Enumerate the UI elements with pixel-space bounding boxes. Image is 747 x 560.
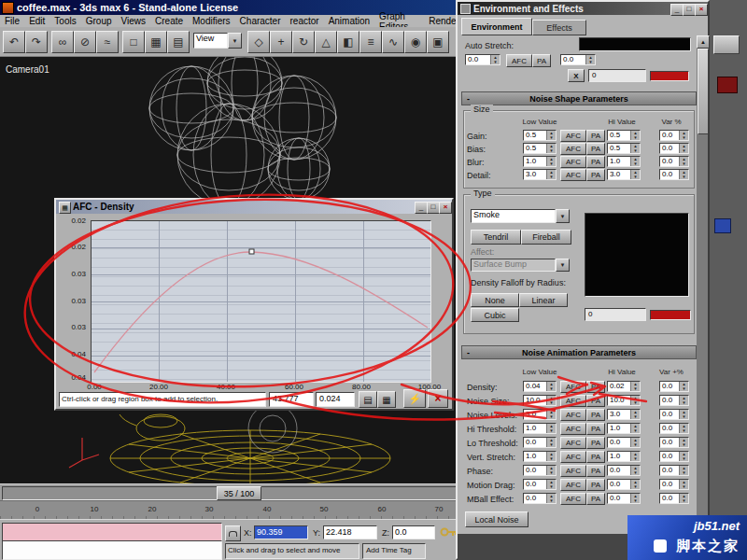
tendril-button[interactable]: Tendril	[471, 230, 521, 245]
falloff-linear-button[interactable]: Linear	[519, 293, 568, 307]
lo-threshold-low-spinner[interactable]: 0.0	[523, 437, 557, 448]
phase-low-spinner[interactable]: 0.0	[523, 465, 557, 476]
view-combo-value[interactable]: View	[193, 33, 228, 49]
lo-threshold-var-spinner[interactable]: 0.0	[659, 437, 689, 448]
value[interactable]: 10.0	[524, 396, 547, 405]
pa-button[interactable]: PA	[586, 493, 605, 505]
tab-environment[interactable]: Environment	[461, 18, 532, 35]
select-object-icon[interactable]: □	[122, 31, 145, 53]
x-value-field[interactable]: 0	[589, 70, 645, 80]
close-icon[interactable]: ×	[695, 4, 708, 16]
select-and-rotate-icon[interactable]: ↻	[292, 31, 315, 53]
blue-panel-icon[interactable]	[714, 218, 731, 233]
crossing-selection-icon[interactable]: ◇	[247, 31, 270, 53]
pa-button[interactable]: PA	[586, 156, 605, 168]
environment-effects-dialog[interactable]: Environment and Effects _ □ × Environmen…	[456, 0, 710, 560]
value[interactable]: 0.0	[608, 494, 631, 503]
mirror-icon[interactable]: ◧	[337, 31, 359, 53]
afc-button[interactable]: AFC	[560, 143, 586, 155]
delete-key-icon[interactable]: ×	[428, 389, 448, 408]
vert-stretch-low-spinner[interactable]: 1.0	[523, 451, 557, 462]
value[interactable]: 0.0	[660, 144, 680, 153]
afc-button[interactable]: AFC	[560, 423, 586, 435]
value[interactable]: 1.0	[524, 452, 547, 461]
value[interactable]: 0.0	[524, 438, 547, 447]
noise-levels-low-spinner[interactable]: 3.0	[523, 409, 557, 420]
afc-button[interactable]: AFC	[560, 169, 586, 181]
phase-var-spinner[interactable]: 0.0	[659, 465, 689, 476]
macro-recorder-pane[interactable]	[2, 523, 222, 542]
x-delete-button[interactable]: X	[568, 69, 585, 82]
maxscript-listener-pane[interactable]	[2, 540, 222, 560]
value[interactable]: 1.0	[608, 424, 631, 433]
value[interactable]: 0.0	[524, 466, 547, 475]
phase-hi-spinner[interactable]: 0.0	[607, 465, 641, 476]
noise-levels-hi-spinner[interactable]: 3.0	[607, 409, 641, 420]
lock-selection-button[interactable]	[225, 525, 241, 541]
value[interactable]: 1.0	[524, 157, 547, 166]
collapse-icon[interactable]: -	[467, 348, 470, 357]
bias-var-spinner[interactable]: 0.0	[659, 143, 689, 154]
value[interactable]: 3.0	[524, 410, 547, 419]
blur-var-spinner[interactable]: 0.0	[659, 156, 689, 167]
menu-tools[interactable]: Tools	[49, 16, 80, 26]
minimize-icon[interactable]: _	[415, 202, 428, 214]
motion-drag-var-spinner[interactable]: 0.0	[659, 479, 689, 490]
afc-button[interactable]: AFC	[560, 156, 586, 168]
env-titlebar[interactable]: Environment and Effects _ □ ×	[458, 2, 708, 15]
afc-curve-graph[interactable]	[91, 220, 431, 383]
pa-button[interactable]: PA	[586, 395, 605, 407]
menu-modifiers[interactable]: Modifiers	[188, 16, 235, 26]
curve-editor-icon[interactable]: ∿	[382, 31, 404, 53]
minimize-icon[interactable]: _	[670, 4, 684, 16]
menu-views[interactable]: Views	[117, 16, 151, 26]
pa-button[interactable]: PA	[586, 381, 605, 393]
afc-window[interactable]: ▦ AFC - Density _ □ × 0.02 0.02 0.03 0.0…	[54, 198, 454, 411]
pa-button[interactable]: PA	[586, 169, 605, 181]
afc-status-field[interactable]: Ctrl-click or drag region box to add to …	[60, 393, 265, 405]
render-scene-icon[interactable]: ▣	[427, 31, 449, 53]
value[interactable]: 0.5	[524, 131, 547, 140]
mball-effect-hi-spinner[interactable]: 0.0	[607, 493, 641, 504]
type-dropdown-value[interactable]: Smoke	[471, 209, 556, 223]
select-and-link-icon[interactable]: ∞	[51, 31, 74, 53]
value[interactable]: 1.0	[608, 452, 631, 461]
chevron-down-icon[interactable]: ▼	[556, 259, 570, 272]
lo-threshold-hi-spinner[interactable]: 0.0	[607, 437, 641, 448]
falloff-value-field[interactable]: 0	[585, 309, 645, 319]
density-low-spinner[interactable]: 0.04	[523, 381, 557, 392]
afc-button[interactable]: AFC	[560, 130, 586, 142]
noise-shape-rollout[interactable]: - Noise Shape Parameters	[461, 91, 697, 105]
menu-create[interactable]: Create	[150, 16, 188, 26]
pa-button[interactable]: PA	[586, 479, 605, 491]
dialog-scrollbar[interactable]: ▲ ▼	[697, 35, 708, 558]
afc-button[interactable]: AFC	[560, 409, 586, 421]
key-icon[interactable]	[439, 525, 458, 539]
noise-size-low-spinner[interactable]: 10.0	[523, 395, 557, 406]
value[interactable]: 0.0	[561, 55, 586, 64]
red-color-swatch[interactable]	[650, 310, 691, 320]
blur-low-spinner[interactable]: 1.0	[523, 156, 557, 167]
collapse-icon[interactable]: -	[467, 94, 470, 104]
affect-dropdown[interactable]: Surface Bump ▼	[471, 259, 570, 272]
bias-hi-spinner[interactable]: 0.5	[607, 143, 641, 154]
pa-button[interactable]: PA	[586, 409, 605, 421]
value[interactable]: 0.0	[660, 480, 680, 489]
noise-anim-rollout[interactable]: - Noise Animation Parameters	[461, 345, 697, 359]
hi-threshold-low-spinner[interactable]: 1.0	[523, 423, 557, 434]
afc-button[interactable]: AFC	[560, 479, 586, 491]
value[interactable]: 0.0	[660, 466, 680, 475]
scrollbar-thumb[interactable]	[698, 49, 709, 134]
menu-group[interactable]: Group	[81, 16, 117, 26]
gain-var-spinner[interactable]: 0.0	[659, 130, 689, 141]
value[interactable]: 0.0	[660, 452, 680, 461]
falloff-none-button[interactable]: None	[471, 293, 519, 307]
motion-drag-low-spinner[interactable]: 0.0	[523, 479, 557, 490]
menu-file[interactable]: File	[0, 16, 24, 26]
value[interactable]: 0.0	[660, 494, 680, 503]
pa-button[interactable]: PA	[586, 451, 605, 463]
value[interactable]: 0.0	[660, 157, 680, 166]
detail-hi-spinner[interactable]: 3.0	[607, 169, 641, 180]
type-dropdown[interactable]: Smoke ▼	[471, 209, 570, 223]
pa-button[interactable]: PA	[586, 437, 605, 449]
